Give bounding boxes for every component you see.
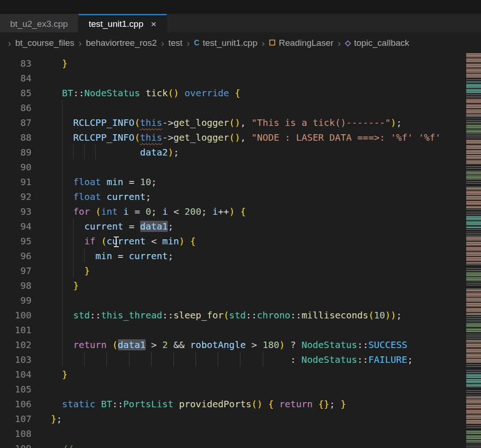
code-text: } — [31, 367, 68, 382]
code-line[interactable]: 95 if (current < min) { — [0, 234, 466, 249]
code-text: float min = 10; — [31, 174, 157, 189]
breadcrumb-item-test_unit1.cpp[interactable]: Ctest_unit1.cpp — [194, 38, 258, 48]
line-number[interactable]: 98 — [0, 278, 31, 293]
code-line[interactable]: 97 } — [0, 263, 466, 278]
code-line[interactable]: 102 return (data1 > 2 && robotAngle > 18… — [0, 337, 466, 352]
breadcrumb: ›bt_course_files›behaviortree_ros2›test›… — [0, 32, 481, 53]
line-number[interactable]: 93 — [0, 204, 31, 219]
breadcrumb-item-bt_course_files[interactable]: bt_course_files — [15, 38, 74, 48]
code-token: milliseconds — [302, 310, 369, 321]
code-line[interactable]: 94 current = data1; — [0, 219, 466, 234]
code-token: = — [129, 206, 146, 217]
code-line[interactable]: 98 } — [0, 278, 466, 293]
line-number[interactable]: 105 — [0, 382, 31, 397]
code-token — [51, 369, 62, 380]
line-number[interactable]: 99 — [0, 293, 31, 308]
code-token: ; — [151, 206, 162, 217]
code-token: { — [240, 206, 246, 217]
code-token: RCLCPP_INFO — [73, 132, 134, 143]
tab-bt_u2_ex3.cpp[interactable]: bt_u2_ex3.cpp — [0, 14, 79, 32]
code-lines: 83 }8485 BT::NodeStatus tick() override … — [0, 53, 466, 448]
code-token: :: — [90, 310, 101, 321]
line-number[interactable]: 88 — [0, 130, 31, 145]
code-line[interactable]: 103 : NodeStatus::FAILURE; — [0, 352, 466, 367]
code-text: } — [31, 278, 79, 293]
code-line[interactable]: 107}; — [0, 411, 466, 426]
code-token — [90, 206, 95, 217]
code-token: ; — [201, 206, 212, 217]
code-line[interactable]: 99 — [0, 293, 466, 308]
tab-test_unit1.cpp[interactable]: test_unit1.cpp× — [79, 14, 167, 32]
minimap[interactable] — [466, 53, 481, 448]
line-number[interactable]: 87 — [0, 115, 31, 130]
line-number[interactable]: 108 — [0, 426, 31, 441]
line-number[interactable]: 103 — [0, 352, 31, 367]
code-text: RCLCPP_INFO(this->get_logger(), "NODE : … — [31, 130, 441, 145]
code-line[interactable]: 91 float min = 10; — [0, 174, 466, 189]
code-token: NodeStatus — [302, 339, 357, 350]
line-number[interactable]: 94 — [0, 219, 31, 234]
breadcrumb-label: behaviortree_ros2 — [86, 38, 157, 48]
code-token: tick — [146, 87, 168, 99]
code-line[interactable]: 109 //----------------------------------… — [0, 441, 466, 448]
line-number[interactable]: 100 — [0, 308, 31, 323]
code-line[interactable]: 96 min = current; — [0, 249, 466, 263]
code-token: :: — [290, 310, 302, 321]
code-token: ; — [407, 354, 413, 365]
line-number[interactable]: 86 — [0, 100, 31, 115]
line-number[interactable]: 90 — [0, 160, 31, 174]
code-line[interactable]: 90 — [0, 160, 466, 174]
line-number[interactable]: 84 — [0, 71, 31, 86]
line-number[interactable]: 83 — [0, 56, 31, 71]
code-line[interactable]: 87 RCLCPP_INFO(this->get_logger(), "This… — [0, 115, 466, 130]
breadcrumb-item-test[interactable]: test — [168, 38, 183, 48]
code-token: BT — [62, 87, 73, 99]
code-line[interactable]: 93 for (int i = 0; i < 200; i++) { — [0, 204, 466, 219]
code-line[interactable]: 108 — [0, 426, 466, 441]
code-token: < — [146, 236, 162, 247]
code-line[interactable]: 106 static BT::PortsList providedPorts()… — [0, 397, 466, 411]
code-line[interactable]: 105 — [0, 382, 466, 397]
code-token: } — [51, 413, 56, 424]
code-line[interactable]: 83 } — [0, 56, 466, 71]
code-line[interactable]: 104 } — [0, 367, 466, 382]
code-token: ; — [146, 191, 151, 202]
line-number[interactable]: 95 — [0, 234, 31, 249]
breadcrumb-item-ReadingLaser[interactable]: ☐ReadingLaser — [269, 38, 333, 48]
chevron-right-icon: › — [187, 37, 190, 49]
code-line[interactable]: 100 std::this_thread::sleep_for(std::chr… — [0, 308, 466, 323]
breadcrumb-item-behaviortree_ros2[interactable]: behaviortree_ros2 — [86, 38, 157, 48]
code-token: min — [95, 250, 112, 261]
line-number[interactable]: 92 — [0, 189, 31, 204]
line-number[interactable]: 101 — [0, 323, 31, 337]
code-token: > — [146, 339, 162, 350]
code-line[interactable]: 88 RCLCPP_INFO(this->get_logger(), "NODE… — [0, 130, 466, 145]
breadcrumb-item-topic_callback[interactable]: ◇topic_callback — [345, 38, 409, 48]
line-number[interactable]: 109 — [0, 441, 31, 448]
line-number[interactable]: 102 — [0, 337, 31, 352]
line-number[interactable]: 91 — [0, 174, 31, 189]
code-token — [101, 191, 106, 202]
code-token: ; — [168, 221, 173, 232]
line-number[interactable]: 85 — [0, 86, 31, 100]
line-number[interactable]: 107 — [0, 411, 31, 426]
code-line[interactable]: 89 data2); — [0, 145, 466, 160]
line-number[interactable]: 89 — [0, 145, 31, 160]
code-token: ? — [285, 339, 302, 350]
code-line[interactable]: 101 — [0, 323, 466, 337]
code-token — [118, 206, 123, 217]
code-line[interactable]: 92 float current; — [0, 189, 466, 204]
code-line[interactable]: 86 — [0, 100, 466, 115]
code-editor[interactable]: 83 }8485 BT::NodeStatus tick() override … — [0, 53, 466, 448]
line-number[interactable]: 106 — [0, 397, 31, 411]
code-token: ( — [101, 236, 106, 247]
occurrence-highlight: data1 — [140, 221, 168, 232]
code-line[interactable]: 85 BT::NodeStatus tick() override { — [0, 86, 466, 100]
code-token: {} — [318, 398, 329, 410]
line-number[interactable]: 104 — [0, 367, 31, 382]
code-token: ( — [223, 310, 229, 321]
tab-close-button[interactable]: × — [151, 19, 156, 29]
code-line[interactable]: 84 — [0, 71, 466, 86]
line-number[interactable]: 97 — [0, 263, 31, 278]
line-number[interactable]: 96 — [0, 249, 31, 263]
